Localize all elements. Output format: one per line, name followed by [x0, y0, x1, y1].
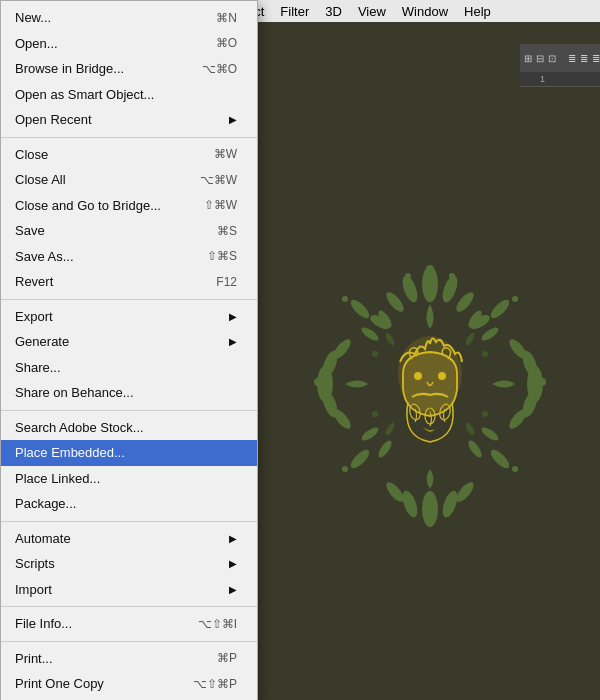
menu-help[interactable]: Help [456, 0, 499, 22]
menu-item-open[interactable]: Open... ⌘O [1, 31, 257, 57]
menu-item-open-smart-object[interactable]: Open as Smart Object... [1, 82, 257, 108]
separator-3 [1, 410, 257, 411]
svg-point-31 [426, 518, 434, 526]
svg-point-28 [449, 273, 455, 279]
menu-item-browse-bridge[interactable]: Browse in Bridge... ⌥⌘O [1, 56, 257, 82]
svg-point-22 [348, 296, 372, 320]
menu-item-share-behance[interactable]: Share on Behance... [1, 380, 257, 406]
toolbar-btn-2[interactable]: ⊟ [536, 49, 544, 67]
menu-item-close-all[interactable]: Close All ⌥⌘W [1, 167, 257, 193]
svg-point-21 [506, 406, 529, 431]
svg-point-23 [488, 296, 512, 320]
toolbar-btn-5[interactable]: ≣ [580, 49, 588, 67]
artwork [270, 87, 590, 700]
menu-item-export[interactable]: Export ▶ [1, 304, 257, 330]
svg-point-53 [464, 421, 476, 436]
toolbar-btn-1[interactable]: ⊞ [524, 49, 532, 67]
svg-point-55 [482, 351, 488, 357]
menu-view[interactable]: View [350, 0, 394, 22]
svg-point-25 [488, 446, 512, 470]
separator-1 [1, 137, 257, 138]
svg-point-9 [440, 488, 461, 518]
menu-item-print[interactable]: Print... ⌘P [1, 646, 257, 672]
menu-item-automate[interactable]: Automate ▶ [1, 526, 257, 552]
svg-point-42 [480, 424, 501, 442]
svg-point-29 [314, 378, 322, 386]
svg-point-26 [426, 265, 434, 273]
ruler-top: 1 2 3 4 5 [520, 72, 600, 87]
toolbar-btn-3[interactable]: ⊡ [548, 49, 556, 67]
svg-point-20 [506, 336, 529, 361]
svg-point-54 [372, 351, 378, 357]
svg-point-36 [360, 324, 381, 342]
menu-item-generate[interactable]: Generate ▶ [1, 329, 257, 355]
svg-point-50 [384, 331, 396, 346]
svg-point-46 [438, 372, 446, 380]
menu-item-save-as[interactable]: Save As... ⇧⌘S [1, 244, 257, 270]
menu-item-close[interactable]: Close ⌘W [1, 142, 257, 168]
svg-point-57 [482, 411, 488, 417]
menu-item-place-embedded[interactable]: Place Embedded... [1, 440, 257, 466]
svg-point-2 [440, 273, 461, 303]
svg-point-40 [360, 424, 381, 442]
ruler-mark-1: 1 [540, 74, 545, 84]
svg-point-35 [512, 466, 518, 472]
svg-point-8 [400, 488, 421, 518]
svg-point-52 [384, 421, 396, 436]
menu-item-print-one-copy[interactable]: Print One Copy ⌥⇧⌘P [1, 671, 257, 697]
svg-point-32 [342, 296, 348, 302]
svg-point-38 [480, 324, 501, 342]
canvas-area: ⊞ ⊟ ⊡ ≣ ≣ ≣ ⊞ ⊠ ⊞ ⊞ 3D Mo 1 2 3 4 5 [260, 22, 600, 700]
toolbar-btn-6[interactable]: ≣ [592, 49, 600, 67]
separator-5 [1, 606, 257, 607]
separator-6 [1, 641, 257, 642]
separator-4 [1, 521, 257, 522]
svg-point-34 [342, 466, 348, 472]
svg-point-3 [383, 289, 406, 314]
menu-window[interactable]: Window [394, 0, 456, 22]
menu-item-new[interactable]: New... ⌘N [1, 5, 257, 31]
separator-2 [1, 299, 257, 300]
menu-item-close-bridge[interactable]: Close and Go to Bridge... ⇧⌘W [1, 193, 257, 219]
svg-point-30 [538, 378, 546, 386]
svg-point-1 [400, 273, 421, 303]
menu-item-package[interactable]: Package... [1, 491, 257, 517]
svg-point-45 [414, 372, 422, 380]
menu-item-revert[interactable]: Revert F12 [1, 269, 257, 295]
svg-point-33 [512, 296, 518, 302]
menu-item-file-info[interactable]: File Info... ⌥⇧⌘I [1, 611, 257, 637]
artwork-svg [300, 254, 560, 534]
svg-point-27 [405, 273, 411, 279]
menu-item-import[interactable]: Import ▶ [1, 577, 257, 603]
svg-point-56 [372, 411, 378, 417]
menu-item-search-stock[interactable]: Search Adobe Stock... [1, 415, 257, 441]
svg-point-10 [383, 479, 406, 504]
svg-point-4 [453, 289, 476, 314]
menu-item-scripts[interactable]: Scripts ▶ [1, 551, 257, 577]
toolbar-btn-4[interactable]: ≣ [568, 49, 576, 67]
svg-point-43 [466, 438, 484, 459]
toolbar: ⊞ ⊟ ⊡ ≣ ≣ ≣ ⊞ ⊠ ⊞ ⊞ 3D Mo [520, 44, 600, 72]
svg-point-51 [464, 331, 476, 346]
menu-item-save[interactable]: Save ⌘S [1, 218, 257, 244]
svg-point-24 [348, 446, 372, 470]
menu-filter[interactable]: Filter [272, 0, 317, 22]
menu-3d[interactable]: 3D [317, 0, 350, 22]
svg-point-41 [376, 438, 394, 459]
menu-item-open-recent[interactable]: Open Recent ▶ [1, 107, 257, 133]
svg-point-16 [330, 406, 353, 431]
svg-point-15 [330, 336, 353, 361]
menu-item-place-linked[interactable]: Place Linked... [1, 466, 257, 492]
svg-point-11 [453, 479, 476, 504]
file-dropdown-menu: New... ⌘N Open... ⌘O Browse in Bridge...… [0, 0, 258, 700]
menu-item-share[interactable]: Share... [1, 355, 257, 381]
